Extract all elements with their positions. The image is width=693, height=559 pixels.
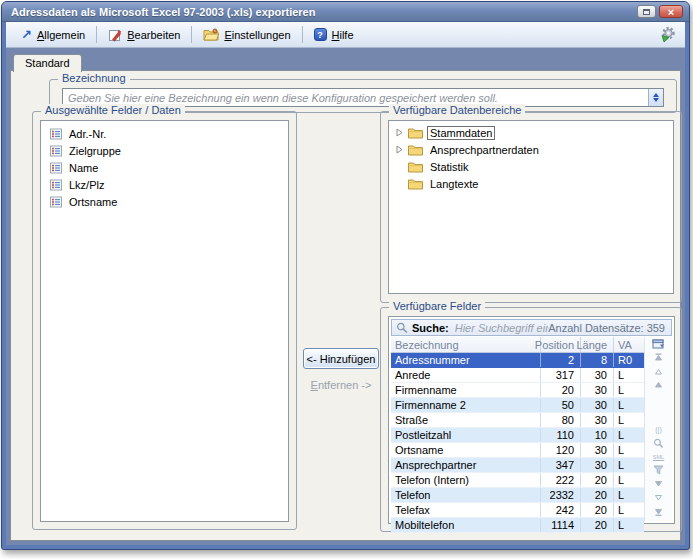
cell-position: 242 [541,503,581,517]
tab-standard[interactable]: Standard [13,54,82,72]
cell-position: 2 [541,353,581,367]
bezeichnung-placeholder: Geben Sie hier eine Bezeichnung ein wenn… [63,92,648,104]
folder-icon [408,178,423,190]
field-item-icon [50,162,62,174]
page-up-icon[interactable] [651,379,667,393]
titlebar[interactable]: Adressdaten als Microsoft Excel 97-2003 … [2,2,689,22]
cell-length: 8 [581,353,614,367]
remove-button-label: Entfernen -> [311,379,372,391]
fields-grid-wrap: BezeichnungPositionLängeVA Adressnummer2… [391,337,672,521]
table-row[interactable]: Telefax24220L [391,503,644,518]
gear-run-icon[interactable] [659,26,677,43]
record-count: Anzahl Datensätze: 359 [548,322,665,334]
cell-va: L [614,503,644,517]
toolbar-items: ↗AllgemeinBearbeitenEinstellungen?Hilfe [14,26,361,44]
list-item[interactable]: Ortsname [41,193,288,210]
table-row[interactable]: Telefon (Intern)22220L [391,473,644,488]
filter-icon[interactable] [651,464,667,478]
expander-icon[interactable] [394,128,404,137]
cell-position: 1114 [541,518,581,532]
tree-item[interactable]: Statistik [389,158,673,175]
cell-position: 222 [541,473,581,487]
table-row[interactable]: Straße8030L [391,413,644,428]
table-row[interactable]: Postleitzahl11010L [391,428,644,443]
column-header-va[interactable]: VA [614,337,644,352]
cell-va: L [614,368,644,382]
cell-position: 20 [541,383,581,397]
list-item[interactable]: Adr.-Nr. [41,125,288,142]
expander-icon[interactable] [394,145,404,154]
list-item[interactable]: Lkz/Plz [41,176,288,193]
cell-length: 20 [581,518,614,532]
search-input[interactable]: Hier Suchbegriff eingebe [455,322,549,334]
close-button[interactable]: × [659,5,683,18]
search-bar[interactable]: Suche: Hier Suchbegriff eingebe Anzahl D… [391,319,672,336]
tab-page-standard: Bezeichnung Geben Sie hier eine Bezeichn… [10,70,681,541]
table-row[interactable]: Firmenname 25030L [391,398,644,413]
list-item-label: Ortsname [69,196,117,208]
scroll-top-icon[interactable] [651,352,667,366]
tree-item[interactable]: Stammdaten [389,124,673,141]
settings-folder-icon [203,28,219,41]
group-available-fields: Verfügbare Felder Suche: Hier Suchbegrif… [380,307,682,532]
selected-fields-list[interactable]: Adr.-Nr.ZielgruppeNameLkz/PlzOrtsname [40,120,289,522]
combo-spinner[interactable] [648,89,663,106]
cell-name: Firmenname [391,383,541,397]
cell-name: Telefon (Intern) [391,473,541,487]
table-row[interactable]: Ortsname12030L [391,443,644,458]
search-small-icon[interactable] [651,436,667,450]
remove-button[interactable]: Entfernen -> [303,377,379,393]
restore-icon [643,9,650,15]
table-row[interactable]: Mobiltelefon111420L [391,518,644,533]
cell-position: 80 [541,413,581,427]
move-down-icon[interactable] [651,491,667,505]
group-selected-fields: Ausgewählte Felder / Daten Adr.-Nr.Zielg… [32,111,297,530]
toolbar-button-allgemein[interactable]: ↗Allgemein [14,27,92,43]
table-row[interactable]: Anrede31730L [391,368,644,383]
list-item[interactable]: Name [41,159,288,176]
column-chooser-icon[interactable] [651,338,667,352]
toolbar-button-bearbeiten[interactable]: Bearbeiten [101,26,187,44]
scroll-bottom-icon[interactable] [651,505,667,519]
data-areas-tree[interactable]: StammdatenAnsprechpartnerdatenStatistikL… [388,120,674,294]
table-row[interactable]: Adressnummer28R0 [391,353,644,368]
folder-icon [408,144,423,156]
list-item[interactable]: Zielgruppe [41,142,288,159]
table-row[interactable]: Telefon233220L [391,488,644,503]
column-header-bezeichnung[interactable]: Bezeichnung [391,337,541,352]
list-item-label: Zielgruppe [69,145,121,157]
cell-length: 30 [581,413,614,427]
column-header-position[interactable]: Position [541,337,581,352]
tree-item[interactable]: Ansprechpartnerdaten [389,141,673,158]
cell-name: Mobiltelefon [391,518,541,532]
move-up-icon[interactable] [651,365,667,379]
add-button[interactable]: <- Hinzufügen [303,348,379,369]
cell-name: Telefon [391,488,541,502]
nav-bottom-group [651,477,667,519]
cell-length: 20 [581,488,614,502]
sum-icon[interactable]: SML [651,450,667,464]
list-item-label: Adr.-Nr. [69,128,106,140]
column-width-icon[interactable]: (|) [651,423,667,437]
help-icon: ? [314,28,327,41]
table-row[interactable]: Firmenname2030L [391,383,644,398]
toolbar-button-hilfe[interactable]: ?Hilfe [307,26,361,43]
cell-va: L [614,428,644,442]
cell-va: L [614,518,644,532]
table-row[interactable]: Ansprechpartner34730L [391,458,644,473]
restore-button[interactable] [637,5,656,18]
cell-name: Adressnummer [391,353,541,367]
column-header-lnge[interactable]: Länge [581,337,614,352]
cell-length: 20 [581,473,614,487]
cell-va: L [614,383,644,397]
group-selected-fields-label: Ausgewählte Felder / Daten [41,104,185,116]
folder-icon [408,127,423,139]
tree-item-label: Langtexte [427,177,481,191]
tree-item[interactable]: Langtexte [389,175,673,192]
toolbar-separator [96,26,97,43]
page-down-icon[interactable] [651,477,667,491]
toolbar-button-einstellungen[interactable]: Einstellungen [196,26,297,43]
cell-va: L [614,488,644,502]
toolbar-button-label: Bearbeiten [127,29,180,41]
cell-length: 10 [581,428,614,442]
